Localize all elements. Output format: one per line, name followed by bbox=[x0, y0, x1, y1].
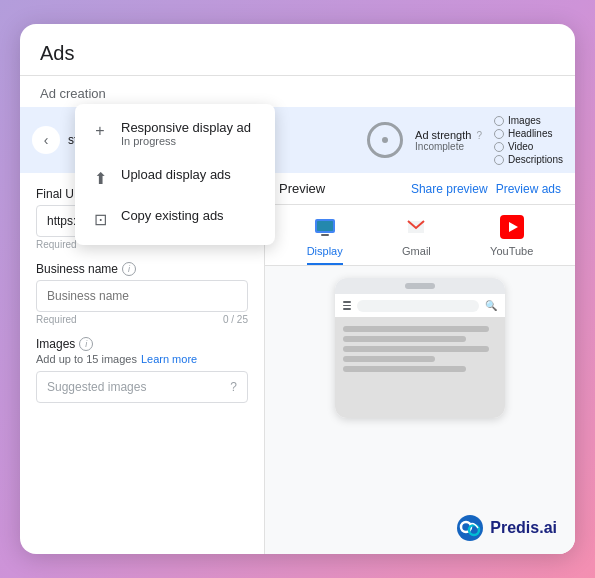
radio-video bbox=[494, 142, 504, 152]
option-images: Images bbox=[494, 115, 563, 126]
images-info-icon[interactable]: i bbox=[79, 337, 93, 351]
ad-line-3 bbox=[343, 346, 489, 352]
ad-strength-status: Incomplete bbox=[415, 141, 482, 152]
suggested-images-input[interactable]: Suggested images ? bbox=[36, 371, 248, 403]
branding: Predis.ai bbox=[456, 514, 557, 542]
business-name-count: 0 / 25 bbox=[223, 314, 248, 325]
copy-icon: ⊡ bbox=[91, 210, 109, 229]
radio-images bbox=[494, 116, 504, 126]
preview-header: Preview Share preview Preview ads bbox=[265, 173, 575, 205]
business-name-info-icon[interactable]: i bbox=[122, 262, 136, 276]
phone-content-bar: 🔍 bbox=[335, 294, 505, 318]
dropdown-item-upload[interactable]: ⬆ Upload display ads bbox=[75, 157, 275, 198]
youtube-tab-icon bbox=[498, 213, 526, 241]
dropdown-item-title-responsive: Responsive display ad bbox=[121, 120, 251, 135]
ad-line-5 bbox=[343, 366, 466, 372]
images-label: Images bbox=[36, 337, 75, 351]
radio-headlines bbox=[494, 129, 504, 139]
phone-mockup-area: 🔍 bbox=[265, 266, 575, 554]
hamburger-icon bbox=[343, 301, 351, 310]
phone-top-bar bbox=[335, 278, 505, 294]
ad-creation-label: Ad creation bbox=[20, 76, 575, 107]
svg-rect-3 bbox=[321, 234, 329, 236]
preview-links: Share preview Preview ads bbox=[411, 182, 561, 196]
dropdown-item-title-upload: Upload display ads bbox=[121, 167, 231, 182]
share-preview-link[interactable]: Share preview bbox=[411, 182, 488, 196]
ad-strength-circle bbox=[367, 122, 403, 158]
ad-line-4 bbox=[343, 356, 435, 362]
dropdown-item-title-copy: Copy existing ads bbox=[121, 208, 224, 223]
ad-strength-text: Ad strength ? Incomplete bbox=[415, 129, 482, 152]
business-name-required: Required bbox=[36, 314, 77, 325]
ad-line-2 bbox=[343, 336, 466, 342]
radio-descriptions bbox=[494, 155, 504, 165]
ad-strength-info-icon: ? bbox=[476, 130, 482, 141]
upload-icon: ⬆ bbox=[91, 169, 109, 188]
option-headlines: Headlines bbox=[494, 128, 563, 139]
ad-strength-inner bbox=[382, 137, 388, 143]
images-label-row: Images i bbox=[36, 337, 248, 351]
images-field: Images i Add up to 15 images Learn more … bbox=[36, 337, 248, 403]
dropdown-item-text-responsive: Responsive display ad In progress bbox=[121, 120, 251, 147]
dropdown-menu: + Responsive display ad In progress ⬆ Up… bbox=[75, 104, 275, 245]
option-descriptions: Descriptions bbox=[494, 154, 563, 165]
main-card: Ads Ad creation + Responsive display ad … bbox=[20, 24, 575, 554]
branding-text: Predis.ai bbox=[490, 519, 557, 537]
dropdown-item-text-upload: Upload display ads bbox=[121, 167, 231, 182]
tab-youtube-label: YouTube bbox=[490, 245, 533, 257]
predis-logo bbox=[456, 514, 484, 542]
dropdown-item-copy[interactable]: ⊡ Copy existing ads bbox=[75, 198, 275, 239]
svg-rect-2 bbox=[317, 221, 333, 231]
tab-display[interactable]: Display bbox=[307, 213, 343, 265]
right-panel: Preview Share preview Preview ads Displa… bbox=[265, 173, 575, 554]
preview-title: Preview bbox=[279, 181, 325, 196]
option-video: Video bbox=[494, 141, 563, 152]
phone-ad-lines bbox=[335, 318, 505, 380]
tab-gmail-label: Gmail bbox=[402, 245, 431, 257]
phone-mockup: 🔍 bbox=[335, 278, 505, 418]
hamburger-line-1 bbox=[343, 301, 351, 303]
images-learn-more[interactable]: Learn more bbox=[141, 353, 197, 365]
business-name-field: Business name i Required 0 / 25 bbox=[36, 262, 248, 325]
dropdown-item-responsive[interactable]: + Responsive display ad In progress bbox=[75, 110, 275, 157]
phone-search-bar bbox=[357, 300, 479, 312]
suggested-info-icon: ? bbox=[230, 380, 237, 394]
ad-line-1 bbox=[343, 326, 489, 332]
card-body: Ad creation + Responsive display ad In p… bbox=[20, 76, 575, 554]
ad-strength-options: Images Headlines Video Descriptions bbox=[494, 115, 563, 165]
dropdown-item-text-copy: Copy existing ads bbox=[121, 208, 224, 223]
phone-ad-area bbox=[335, 318, 505, 418]
back-arrow-icon: ‹ bbox=[44, 132, 49, 148]
page-title: Ads bbox=[40, 42, 74, 64]
tab-display-label: Display bbox=[307, 245, 343, 257]
preview-ads-link[interactable]: Preview ads bbox=[496, 182, 561, 196]
phone-search-icon: 🔍 bbox=[485, 300, 497, 311]
plus-icon: + bbox=[91, 122, 109, 140]
tab-gmail[interactable]: Gmail bbox=[402, 213, 431, 265]
hamburger-line-2 bbox=[343, 305, 351, 307]
gmail-tab-icon bbox=[402, 213, 430, 241]
ad-strength-label: Ad strength ? bbox=[415, 129, 482, 141]
back-button[interactable]: ‹ bbox=[32, 126, 60, 154]
business-name-label: Business name i bbox=[36, 262, 248, 276]
phone-notch bbox=[405, 283, 435, 289]
hamburger-line-3 bbox=[343, 308, 351, 310]
tab-youtube[interactable]: YouTube bbox=[490, 213, 533, 265]
display-tab-icon bbox=[311, 213, 339, 241]
business-name-input[interactable] bbox=[36, 280, 248, 312]
dropdown-item-subtitle-responsive: In progress bbox=[121, 135, 251, 147]
business-name-hints: Required 0 / 25 bbox=[36, 312, 248, 325]
images-sublabel-row: Add up to 15 images Learn more bbox=[36, 353, 248, 365]
images-sublabel: Add up to 15 images bbox=[36, 353, 137, 365]
ad-strength-area: Ad strength ? Incomplete Images Headline… bbox=[367, 115, 563, 165]
preview-tabs: Display Gmail YouTube bbox=[265, 205, 575, 266]
card-header: Ads bbox=[20, 24, 575, 76]
